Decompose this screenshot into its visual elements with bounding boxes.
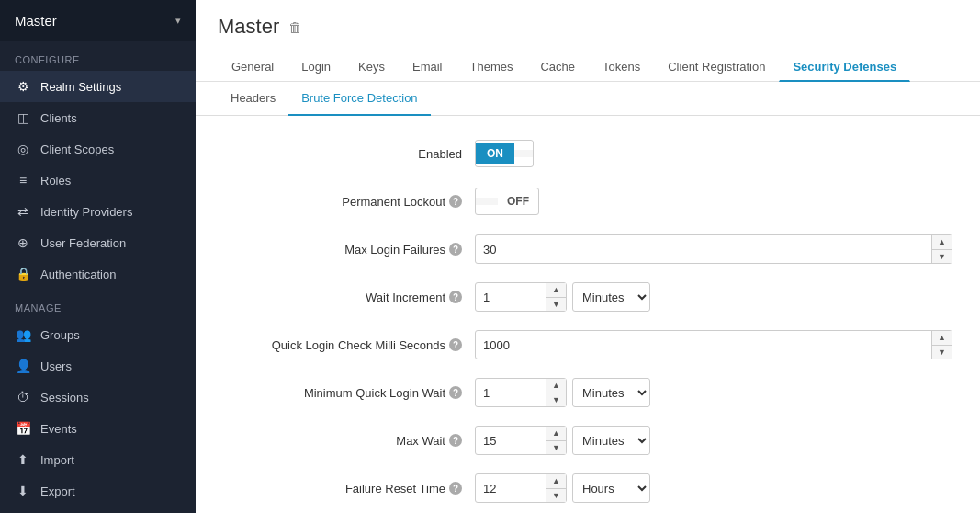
max-wait-label: Max Wait ?	[218, 434, 475, 448]
sidebar-item-label: Sessions	[40, 391, 89, 405]
min-quick-login-unit-select[interactable]: Seconds Minutes Hours Days	[572, 378, 650, 407]
quick-login-check-spin-down[interactable]: ▼	[931, 346, 952, 359]
tab-bar: General Login Keys Email Themes Cache To…	[218, 51, 958, 81]
permanent-lockout-toggle[interactable]: OFF	[475, 188, 539, 215]
wait-increment-spin-up[interactable]: ▲	[546, 283, 566, 298]
failure-reset-time-help-icon[interactable]: ?	[449, 482, 462, 495]
sidebar-item-label: Identity Providers	[40, 205, 132, 219]
sidebar-item-events[interactable]: 📅 Events	[0, 413, 196, 444]
max-wait-row: Max Wait ? ▲ ▼ Seconds Minutes Hours Day…	[218, 425, 958, 456]
sidebar-item-users[interactable]: 👤 Users	[0, 350, 196, 382]
sidebar-item-sessions[interactable]: ⏱ Sessions	[0, 382, 196, 413]
max-login-failures-input-wrap: ▲ ▼	[475, 234, 952, 264]
max-wait-spin-btns: ▲ ▼	[546, 427, 566, 454]
wait-increment-help-icon[interactable]: ?	[449, 291, 462, 303]
realm-selector[interactable]: Master ▾	[0, 0, 196, 41]
max-wait-unit-select[interactable]: Seconds Minutes Hours Days	[572, 426, 650, 455]
min-quick-login-input-wrap: ▲ ▼	[475, 378, 567, 407]
enabled-label: Enabled	[218, 147, 475, 161]
toggle-off-indicator	[476, 198, 498, 205]
max-login-failures-spin-btns: ▲ ▼	[931, 235, 952, 263]
failure-reset-time-spin-down[interactable]: ▼	[546, 489, 566, 503]
page-title: Master	[218, 15, 279, 39]
manage-section-label: Manage	[0, 290, 196, 319]
min-quick-login-spin-up[interactable]: ▲	[546, 379, 566, 393]
wait-increment-spin-down[interactable]: ▼	[546, 298, 566, 312]
permanent-lockout-label: Permanent Lockout ?	[218, 195, 475, 209]
roles-icon: ≡	[15, 173, 31, 188]
sidebar-item-roles[interactable]: ≡ Roles	[0, 165, 196, 196]
sidebar-item-label: Client Scopes	[40, 142, 114, 156]
max-login-failures-input[interactable]	[475, 234, 952, 264]
sidebar-item-label: Roles	[40, 174, 71, 188]
max-login-failures-spin-down[interactable]: ▼	[931, 250, 952, 264]
sidebar-item-user-federation[interactable]: ⊕ User Federation	[0, 227, 196, 258]
delete-realm-button[interactable]: 🗑	[288, 19, 302, 35]
clients-icon: ◫	[15, 110, 31, 125]
sub-tab-bar: Headers Brute Force Detection	[196, 82, 980, 116]
failure-reset-time-spin-btns: ▲ ▼	[546, 474, 566, 502]
max-wait-help-icon[interactable]: ?	[449, 434, 462, 447]
max-wait-input-wrap: ▲ ▼	[475, 426, 567, 455]
min-quick-login-control: ▲ ▼ Seconds Minutes Hours Days	[475, 378, 650, 407]
sidebar-item-identity-providers[interactable]: ⇄ Identity Providers	[0, 196, 196, 227]
sidebar-item-label: Events	[40, 422, 77, 436]
quick-login-check-spin-btns: ▲ ▼	[931, 331, 952, 359]
sidebar-item-label: Realm Settings	[40, 80, 121, 94]
quick-login-check-control: ▲ ▼	[475, 330, 952, 359]
quick-login-check-spin-up[interactable]: ▲	[931, 331, 952, 346]
tab-keys[interactable]: Keys	[344, 51, 399, 82]
tab-tokens[interactable]: Tokens	[589, 51, 654, 82]
authentication-icon: 🔒	[15, 267, 31, 281]
tab-general[interactable]: General	[218, 51, 287, 82]
max-login-failures-spin-up[interactable]: ▲	[931, 235, 952, 250]
realm-chevron: ▾	[175, 15, 181, 27]
tab-cache[interactable]: Cache	[526, 51, 589, 82]
sidebar-item-client-scopes[interactable]: ◎ Client Scopes	[0, 133, 196, 165]
failure-reset-time-spin-up[interactable]: ▲	[546, 474, 566, 489]
sidebar: Master ▾ Configure ⚙ Realm Settings ◫ Cl…	[0, 0, 196, 513]
sidebar-item-label: Import	[40, 453, 74, 467]
min-quick-login-help-icon[interactable]: ?	[449, 386, 462, 399]
toggle-on-button[interactable]: ON	[476, 143, 514, 164]
toggle-off-button[interactable]: OFF	[498, 191, 538, 211]
sidebar-item-import[interactable]: ⬆ Import	[0, 444, 196, 475]
toggle-off-side[interactable]	[514, 150, 533, 157]
max-wait-spin-down[interactable]: ▼	[546, 441, 566, 455]
quick-login-check-input[interactable]	[475, 330, 952, 359]
quick-login-check-row: Quick Login Check Milli Seconds ? ▲ ▼	[218, 329, 958, 360]
enabled-toggle[interactable]: ON	[475, 140, 534, 167]
tab-themes[interactable]: Themes	[456, 51, 526, 82]
sub-tab-brute-force-detection[interactable]: Brute Force Detection	[288, 82, 430, 116]
max-wait-control: ▲ ▼ Seconds Minutes Hours Days	[475, 426, 650, 455]
min-quick-login-row: Minimum Quick Login Wait ? ▲ ▼ Seconds M…	[218, 377, 958, 408]
wait-increment-input-wrap: ▲ ▼	[475, 282, 567, 312]
sidebar-item-label: Groups	[40, 328, 80, 342]
quick-login-check-input-wrap: ▲ ▼	[475, 330, 952, 359]
permanent-lockout-row: Permanent Lockout ? OFF	[218, 186, 958, 217]
wait-increment-unit-select[interactable]: Seconds Minutes Hours Days	[572, 282, 650, 312]
sidebar-item-realm-settings[interactable]: ⚙ Realm Settings	[0, 71, 196, 102]
sidebar-item-label: Clients	[40, 111, 77, 125]
wait-increment-row: Wait Increment ? ▲ ▼ Seconds Minutes Hou…	[218, 281, 958, 313]
sub-tab-headers[interactable]: Headers	[218, 82, 288, 116]
max-login-failures-row: Max Login Failures ? ▲ ▼	[218, 234, 958, 265]
quick-login-check-help-icon[interactable]: ?	[449, 338, 462, 351]
tab-email[interactable]: Email	[399, 51, 456, 82]
sidebar-item-clients[interactable]: ◫ Clients	[0, 102, 196, 133]
max-wait-spin-up[interactable]: ▲	[546, 427, 566, 441]
max-login-failures-control: ▲ ▼	[475, 234, 952, 264]
tab-login[interactable]: Login	[287, 51, 344, 82]
main-content: Master 🗑 General Login Keys Email Themes…	[196, 0, 980, 513]
min-quick-login-spin-down[interactable]: ▼	[546, 393, 566, 407]
page-header: Master 🗑 General Login Keys Email Themes…	[196, 0, 980, 82]
tab-client-registration[interactable]: Client Registration	[654, 51, 779, 82]
permanent-lockout-help-icon[interactable]: ?	[449, 195, 462, 208]
sidebar-item-authentication[interactable]: 🔒 Authentication	[0, 258, 196, 290]
sidebar-item-export[interactable]: ⬇ Export	[0, 475, 196, 507]
tab-security-defenses[interactable]: Security Defenses	[779, 51, 910, 82]
failure-reset-time-unit-select[interactable]: Seconds Minutes Hours Days	[572, 473, 650, 503]
sidebar-item-groups[interactable]: 👥 Groups	[0, 319, 196, 350]
max-login-failures-help-icon[interactable]: ?	[449, 243, 462, 256]
failure-reset-time-input-wrap: ▲ ▼	[475, 473, 567, 503]
